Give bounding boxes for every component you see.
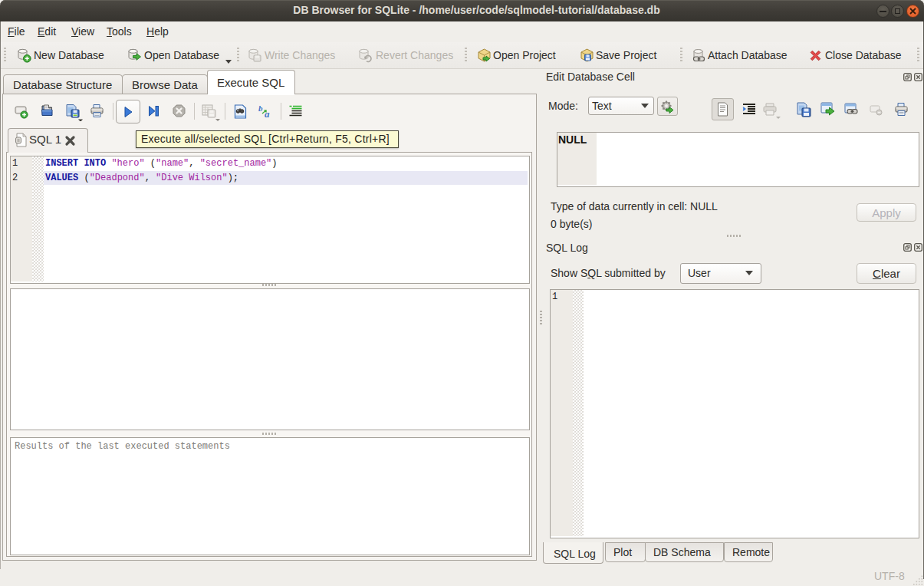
svg-text:a: a <box>265 108 270 119</box>
svg-text:b: b <box>258 104 263 113</box>
